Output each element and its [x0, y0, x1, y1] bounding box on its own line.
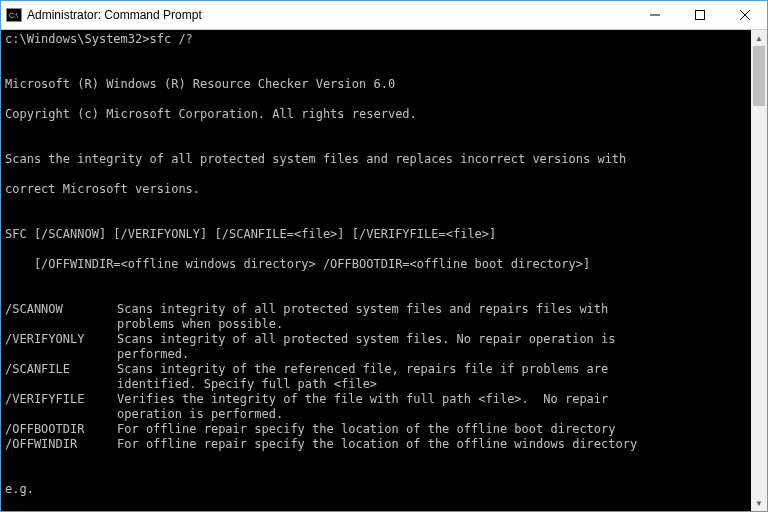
- window-controls: [632, 1, 767, 29]
- window-title: Administrator: Command Prompt: [27, 8, 632, 22]
- console-output[interactable]: c:\Windows\System32>sfc /? Microsoft (R)…: [1, 30, 751, 511]
- option-name: /SCANFILE: [5, 362, 117, 392]
- maximize-button[interactable]: [677, 1, 722, 29]
- option-name: /VERIFYFILE: [5, 392, 117, 422]
- close-button[interactable]: [722, 1, 767, 29]
- window-icon-wrap: C:\: [1, 8, 27, 22]
- option-row: /OFFBOOTDIRFor offline repair specify th…: [5, 422, 747, 437]
- option-desc: Scans integrity of all protected system …: [117, 332, 616, 362]
- option-row: /VERIFYONLYScans integrity of all protec…: [5, 332, 747, 362]
- titlebar[interactable]: C:\ Administrator: Command Prompt: [1, 1, 767, 30]
- option-row: /SCANFILEScans integrity of the referenc…: [5, 362, 747, 392]
- option-name: /OFFBOOTDIR: [5, 422, 117, 437]
- svg-rect-1: [695, 11, 704, 20]
- output-line: correct Microsoft versions.: [5, 182, 747, 197]
- cmd-icon: C:\: [6, 8, 22, 22]
- output-line: Copyright (c) Microsoft Corporation. All…: [5, 107, 747, 122]
- option-name: /VERIFYONLY: [5, 332, 117, 362]
- option-desc: Scans integrity of the referenced file, …: [117, 362, 608, 392]
- output-line: Scans the integrity of all protected sys…: [5, 152, 747, 167]
- output-line: e.g.: [5, 482, 747, 497]
- option-name: /OFFWINDIR: [5, 437, 117, 452]
- option-desc: For offline repair specify the location …: [117, 437, 637, 452]
- output-line: SFC [/SCANNOW] [/VERIFYONLY] [/SCANFILE=…: [5, 227, 747, 242]
- option-desc: For offline repair specify the location …: [117, 422, 616, 437]
- option-row: /VERIFYFILEVerifies the integrity of the…: [5, 392, 747, 422]
- vertical-scrollbar[interactable]: ▲ ▼: [751, 30, 767, 511]
- minimize-button[interactable]: [632, 1, 677, 29]
- output-line: Microsoft (R) Windows (R) Resource Check…: [5, 77, 747, 92]
- option-desc: Scans integrity of all protected system …: [117, 302, 608, 332]
- scroll-down-arrow-icon[interactable]: ▼: [751, 495, 767, 511]
- output-line: [/OFFWINDIR=<offline windows directory> …: [5, 257, 747, 272]
- option-name: /SCANNOW: [5, 302, 117, 332]
- option-row: /SCANNOWScans integrity of all protected…: [5, 302, 747, 332]
- command-prompt-window: C:\ Administrator: Command Prompt c:\Win…: [0, 0, 768, 512]
- console-area: c:\Windows\System32>sfc /? Microsoft (R)…: [1, 30, 767, 511]
- option-desc: Verifies the integrity of the file with …: [117, 392, 608, 422]
- scrollbar-thumb[interactable]: [753, 46, 765, 106]
- scroll-up-arrow-icon[interactable]: ▲: [751, 30, 767, 46]
- option-row: /OFFWINDIRFor offline repair specify the…: [5, 437, 747, 452]
- prompt-line: c:\Windows\System32>sfc /?: [5, 32, 747, 47]
